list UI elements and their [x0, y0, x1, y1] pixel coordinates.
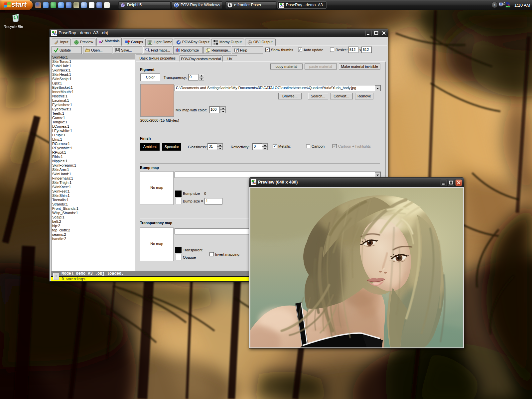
svg-text:3D: 3D [253, 182, 256, 185]
svg-text:?: ? [236, 48, 238, 52]
svg-text:3D: 3D [281, 5, 284, 8]
svg-text:3D: 3D [54, 33, 57, 36]
